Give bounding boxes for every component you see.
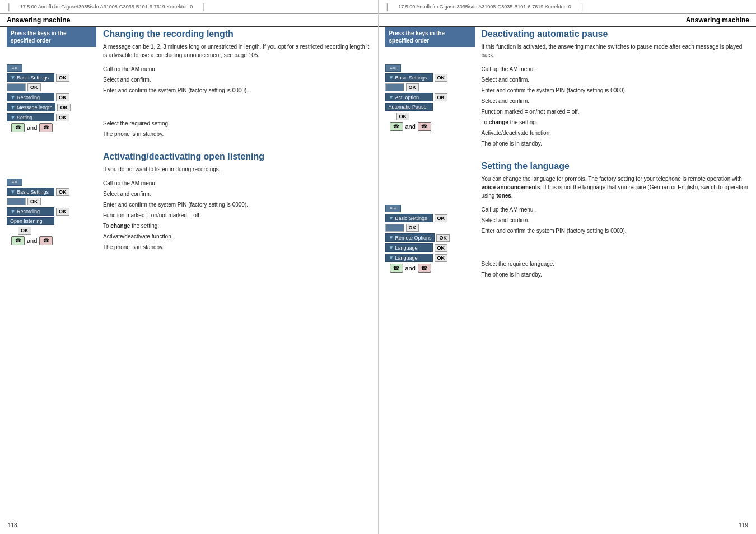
ok-act-option[interactable]: OK (435, 93, 448, 101)
green-phone-3: ☎ (390, 122, 403, 131)
section2-instructions: Call up the AM menu. Select and confirm.… (96, 177, 371, 254)
section1-instructions: Call up the AM menu. Select and confirm.… (96, 63, 371, 140)
instr-pin-2: Enter and confirm the system PIN (factor… (103, 200, 371, 209)
ok-language-label[interactable]: OK (435, 244, 448, 252)
page-right: | 17.5.00 Anrufb.fm Gigaset3035isdn A310… (379, 0, 757, 534)
left-pipe: | (8, 2, 10, 11)
ok-grid-1[interactable]: OK (27, 83, 41, 91)
right-section-label: Answering machine (686, 16, 749, 24)
and-label-4: and (405, 265, 416, 271)
menu-row-basic-settings-4: ▼ Basic Settings OK (385, 214, 475, 222)
menu-row-language-label: ▼ Language OK (385, 243, 475, 252)
grid-icon-3 (385, 83, 404, 91)
ok-basic-settings-3[interactable]: OK (435, 74, 448, 82)
label-automatic-pause: Automatic Pause (389, 104, 427, 110)
section4-two-col: Setting the language You can change the … (385, 159, 750, 203)
ok-remote-options[interactable]: OK (436, 234, 450, 242)
ok-recording-2[interactable]: OK (56, 208, 69, 216)
menu-row-grid-3: OK (385, 83, 475, 91)
section4-right: Setting the language You can change the … (475, 159, 750, 203)
menu-row-am-3: ≡∞ (385, 64, 475, 72)
menu-chip-recording-1: ▼ Recording (7, 93, 54, 101)
green-phone-4: ☎ (390, 264, 403, 273)
menu-row-setting: ▼ Setting OK (7, 113, 96, 121)
section4-body: You can change the language for prompts.… (482, 175, 750, 200)
menu-row-language-value: ▼ Language OK (385, 254, 475, 262)
menu-row-remote-options: ▼ Remote Options OK (385, 233, 475, 242)
section1-title: Changing the recording length (103, 29, 371, 39)
section1-right: Changing the recording length A message … (96, 27, 371, 63)
label-recording-2: Recording (17, 209, 40, 214)
instr-pin-1: Enter and confirm the system PIN (factor… (103, 86, 371, 95)
ok-basic-settings-2[interactable]: OK (56, 188, 69, 196)
section3-menu-col: ≡∞ ▼ Basic Settings OK (385, 63, 750, 150)
arrow-setting: ▼ (10, 114, 16, 120)
ok-language-value[interactable]: OK (435, 254, 448, 262)
instr-pin-3: Enter and confirm the system PIN (factor… (482, 86, 750, 95)
ok-grid-4[interactable]: OK (406, 224, 419, 232)
instr-select-required-1: Select the required setting. (103, 119, 371, 128)
and-label-3: and (405, 123, 416, 130)
instr-activate-3: Activate/deactivate function. (482, 129, 750, 137)
and-buttons-1: ☎ and ☎ (11, 123, 96, 132)
ok-grid-2[interactable]: OK (27, 198, 41, 205)
label-message-length: Message length (17, 105, 53, 110)
instr-activate-2: Activate/deactivate function. (103, 232, 371, 241)
section1-menu-col: ≡∞ ▼ Basic Settings OK (7, 63, 371, 140)
green-phone-2: ☎ (11, 236, 25, 245)
instr-select-language: Select the required language. (482, 260, 750, 268)
menu-chip-language-value: ▼ Language (385, 254, 433, 262)
right-header-meta: 17.5.00 Anrufb.fm Gigaset3035isdn A31008… (398, 4, 571, 10)
page-number-right: 119 (739, 522, 748, 528)
section-open-listening: Activating/deactivating open listening I… (7, 149, 371, 254)
instr-call-am-1: Call up the AM menu. (103, 65, 371, 73)
menu-row-ok-standalone: OK (18, 227, 96, 235)
right-full-content: Press the keys in thespecified order Dea… (379, 27, 757, 307)
menu-row-recording-2: ▼ Recording OK (7, 207, 96, 216)
instr-function-3: Function marked = on/not marked = off. (482, 107, 750, 116)
section-automatic-pause: Press the keys in thespecified order Dea… (385, 27, 750, 150)
menu-chip-setting: ▼ Setting (7, 113, 54, 121)
section2-body: If you do not want to listen in during r… (103, 165, 371, 174)
am-icon-3: ≡∞ (385, 64, 401, 72)
section4-menu-left: ≡∞ ▼ Basic Settings OK (385, 203, 475, 281)
menu-row-recording-1: ▼ Recording OK (7, 93, 96, 101)
section-setting-language: Setting the language You can change the … (385, 159, 750, 281)
instr-standby-2: The phone is in standby. (103, 243, 371, 251)
ok-setting[interactable]: OK (56, 114, 69, 121)
arrow-basic-settings-1: ▼ (10, 74, 16, 81)
menu-row-am-1: ≡∞ (7, 64, 96, 72)
menu-row-am-4: ≡∞ (385, 205, 475, 212)
green-phone-1: ☎ (11, 123, 25, 132)
grid-icon-2 (7, 198, 26, 205)
page-number-left: 118 (8, 522, 17, 528)
red-phone-1: ☎ (39, 123, 53, 132)
arrow-recording-2: ▼ (10, 208, 16, 214)
ok-standalone-3[interactable]: OK (396, 113, 410, 120)
bold-tones: tones (496, 193, 511, 199)
ok-standalone[interactable]: OK (18, 227, 31, 235)
instr-select-4: Select and confirm. (482, 216, 750, 224)
instr-change-3: To change the setting: (482, 118, 750, 127)
menu-chip-basic-settings-1: ▼ Basic Settings (7, 73, 54, 82)
label-basic-settings-1: Basic Settings (17, 75, 49, 81)
ok-basic-settings-1[interactable]: OK (56, 74, 69, 82)
ok-basic-settings-4[interactable]: OK (435, 214, 448, 222)
instr-change-2: To change the setting: (103, 222, 371, 230)
arrow-language-value: ▼ (389, 255, 394, 261)
menu-chip-basic-settings-2: ▼ Basic Settings (7, 188, 54, 196)
section1-body: A message can be 1, 2, 3 minutes long or… (103, 43, 371, 59)
ok-recording-1[interactable]: OK (56, 93, 69, 101)
and-buttons-3: ☎ and ☎ (390, 122, 475, 131)
menu-row-basic-settings-3: ▼ Basic Settings OK (385, 73, 475, 82)
and-label-2: and (27, 237, 37, 244)
menu-row-open-listening: Open listening (7, 217, 96, 225)
section3-right: Deactivating automatic pause If this fun… (475, 27, 750, 63)
menu-chip-message-length: ▼ Message length (7, 103, 55, 111)
ok-grid-3[interactable]: OK (406, 83, 419, 91)
section4-left (385, 159, 475, 203)
ok-message-length[interactable]: OK (57, 104, 71, 111)
section2-left (7, 149, 96, 177)
right-section-header: Answering machine (379, 14, 757, 27)
arrow-basic-settings-2: ▼ (10, 189, 16, 195)
